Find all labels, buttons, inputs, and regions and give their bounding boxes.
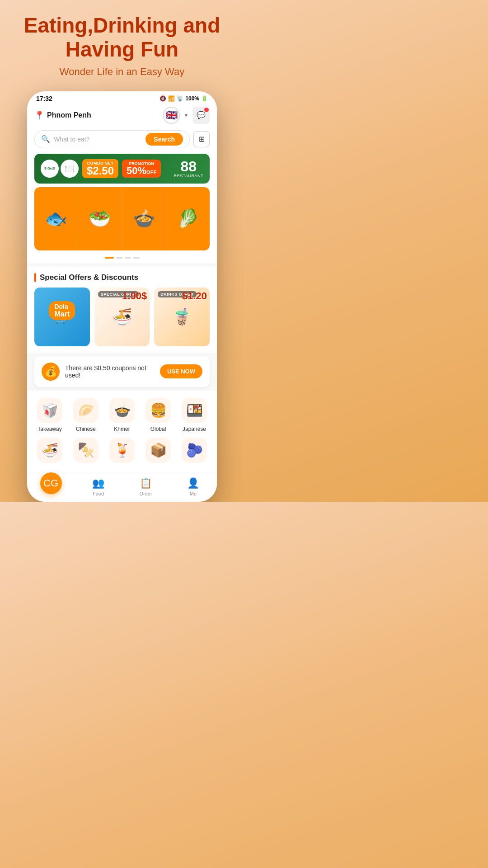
coupon-icon: 💰 [42, 363, 60, 381]
box-icon: 📦 [145, 438, 171, 463]
category-khmer[interactable]: 🍲 Khmer [107, 398, 137, 432]
japanese-label: Japanese [183, 426, 206, 432]
order-nav-label: Order [139, 491, 152, 496]
promo-value: 50%OFF [127, 166, 156, 176]
global-icon: 🍔 [145, 398, 171, 423]
nav-me[interactable]: 👤 Me [169, 477, 217, 496]
nav-home[interactable]: CG [27, 477, 75, 496]
category-ramen[interactable]: 🍜 [34, 438, 65, 466]
takeaway-icon: 🥡 [37, 398, 62, 423]
dot-2 [116, 257, 122, 259]
dola-logo: DolaMart [49, 301, 75, 320]
hero-title: Eating,Drinking and Having Fun [14, 14, 230, 61]
mute-icon: 🔇 [160, 95, 166, 102]
category-chinese[interactable]: 🥟 Chinese [70, 398, 101, 432]
coupon-bar: 💰 There are $0.50 coupons not used! USE … [34, 356, 210, 387]
home-icon: CG [43, 477, 58, 489]
dot-4 [133, 257, 140, 259]
offer-card-2[interactable]: 🍜 SPECIAL OFFER 1.90$ [94, 288, 150, 346]
takeaway-label: Takeaway [38, 426, 61, 432]
category-takeaway[interactable]: 🥡 Takeaway [34, 398, 65, 432]
banner-logos: E-GetS 🍽️ [41, 160, 79, 178]
section-accent [34, 273, 36, 282]
food-image-1: 🐟 [34, 187, 78, 250]
battery-text: 100% [185, 95, 199, 102]
skewer-icon: 🍢 [73, 438, 99, 463]
status-bar: 17:32 🔇 📶 📡 100% 🔋 [27, 91, 217, 104]
khmer-icon: 🍲 [109, 398, 135, 423]
offer-price-2: 1.90$ [122, 290, 147, 302]
egets-logo: E-GetS [41, 160, 59, 178]
search-icon: 🔍 [41, 135, 50, 143]
chevron-down-icon: ▼ [183, 112, 189, 118]
status-time: 17:32 [36, 95, 52, 102]
battery-icon: 🔋 [201, 95, 208, 102]
me-nav-icon: 👤 [187, 477, 200, 490]
food-image-3: 🍲 [122, 187, 166, 250]
ramen-icon: 🍜 [37, 438, 62, 463]
signal-icon: 📡 [177, 95, 183, 102]
search-box[interactable]: 🔍 What to eat? Search [34, 130, 190, 148]
category-japanese[interactable]: 🍱 Japanese [179, 398, 210, 432]
category-global[interactable]: 🍔 Global [143, 398, 174, 432]
promo-tag: PROMOTION 50%OFF [122, 160, 161, 178]
category-drinks[interactable]: 🍹 [107, 438, 137, 466]
location-text: Phnom Penh [47, 111, 91, 119]
category-skewer[interactable]: 🍢 [70, 438, 101, 466]
offer-card-3-bg: 🧋 DRINKS OFFER $1.20 [154, 288, 210, 346]
offer-price-3: $1.20 [182, 290, 207, 302]
header-right: 🇬🇧 ▼ 💬 [163, 107, 210, 124]
food-nav-label: Food [93, 491, 104, 496]
special-offers-section: Special Offers & Discounts 🛒 DolaMart 🍜 … [27, 267, 217, 353]
combo-price: $2.50 [87, 165, 114, 176]
berries-icon: 🫐 [182, 438, 207, 463]
hero-subtitle: Wonder Life in an Easy Way [14, 66, 230, 78]
location-pin-icon: 📍 [34, 110, 44, 120]
restaurant-number: 88 [174, 159, 203, 174]
location-row[interactable]: 📍 Phnom Penh [34, 110, 91, 120]
banner-promo[interactable]: E-GetS 🍽️ COMBO SET $2.50 PROMOTION 50%O… [34, 154, 210, 184]
drinks-icon: 🧋 [172, 307, 192, 326]
chat-icon: 💬 [197, 111, 206, 119]
chinese-label: Chinese [76, 426, 96, 432]
global-label: Global [150, 426, 166, 432]
wifi-icon: 📶 [168, 95, 175, 102]
category-box[interactable]: 📦 [143, 438, 174, 466]
coupon-text: There are $0.50 coupons not used! [65, 364, 155, 379]
special-offers-title: Special Offers & Discounts [34, 273, 210, 282]
hero-section: Eating,Drinking and Having Fun Wonder Li… [0, 14, 244, 91]
order-nav-icon: 📋 [140, 477, 152, 490]
search-placeholder: What to eat? [54, 136, 142, 143]
chinese-icon: 🥟 [73, 398, 99, 423]
nav-order[interactable]: 📋 Order [122, 477, 169, 496]
offer-card-3[interactable]: 🧋 DRINKS OFFER $1.20 [154, 288, 210, 346]
drinks-cat-icon: 🍹 [109, 438, 135, 463]
scan-icon: ⊞ [199, 135, 205, 143]
bottom-nav: CG 👥 Food 📋 Order 👤 Me [27, 473, 217, 502]
categories-section: 🥡 Takeaway 🥟 Chinese 🍲 Khmer 🍔 Global 🍱 … [27, 391, 217, 473]
search-button[interactable]: Search [145, 133, 183, 146]
restaurant-label: RESTAURANT [174, 174, 203, 178]
category-berries[interactable]: 🫐 [179, 438, 210, 466]
offer-card-1[interactable]: 🛒 DolaMart [34, 288, 90, 346]
scan-button[interactable]: ⊞ [193, 131, 210, 147]
japanese-icon: 🍱 [182, 398, 207, 423]
noodle-icon: 🍜 [112, 307, 132, 326]
food-images-banner: 🐟 🥗 🍲 🥬 [34, 187, 210, 250]
chat-notification-badge [204, 108, 209, 112]
chat-button[interactable]: 💬 [192, 107, 210, 124]
use-now-button[interactable]: USE NOW [160, 364, 202, 378]
dot-1 [105, 257, 114, 259]
home-button[interactable]: CG [40, 472, 62, 494]
food-image-4: 🥬 [166, 187, 210, 250]
partner-logo: 🍽️ [61, 160, 79, 178]
banner-dots [27, 254, 217, 263]
offer-card-2-bg: 🍜 SPECIAL OFFER 1.90$ [94, 288, 150, 346]
flag-icon: 🇬🇧 [165, 109, 178, 121]
language-selector[interactable]: 🇬🇧 [163, 107, 180, 124]
categories-grid: 🥡 Takeaway 🥟 Chinese 🍲 Khmer 🍔 Global 🍱 … [34, 398, 210, 466]
nav-food[interactable]: 👥 Food [75, 477, 122, 496]
khmer-label: Khmer [114, 426, 130, 432]
banner-section: E-GetS 🍽️ COMBO SET $2.50 PROMOTION 50%O… [27, 154, 217, 263]
combo-tag: COMBO SET $2.50 [82, 159, 118, 178]
